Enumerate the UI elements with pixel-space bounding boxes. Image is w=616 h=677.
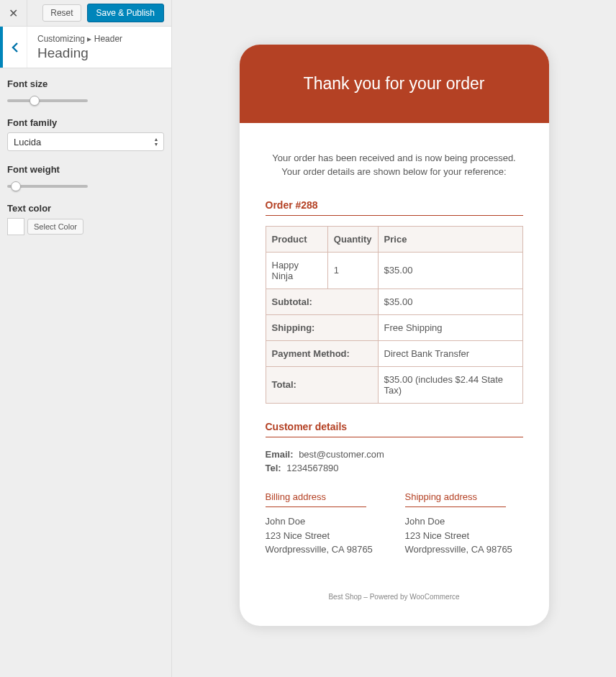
billing-address: Billing address John Doe 123 Nice Street… <box>266 490 384 557</box>
table-row: Subtotal: $35.00 <box>266 288 522 314</box>
email-header: Thank you for your order <box>240 45 549 123</box>
font-family-select[interactable] <box>7 132 164 151</box>
order-heading: Order #288 <box>266 199 523 216</box>
preview-area: Thank you for your order Your order has … <box>172 0 616 677</box>
customer-heading: Customer details <box>266 421 523 437</box>
table-row: Happy Ninja 1 $35.00 <box>266 252 522 288</box>
billing-heading: Billing address <box>266 490 366 508</box>
reset-button[interactable]: Reset <box>42 4 81 22</box>
chevron-right-icon: ▸ <box>87 34 94 44</box>
email-header-text: Thank you for your order <box>304 74 485 94</box>
order-table: Product Quantity Price Happy Ninja 1 $35… <box>266 226 523 404</box>
breadcrumb-path: Customizing ▸ Header <box>37 34 122 44</box>
col-price: Price <box>378 226 522 252</box>
intro-text: Your order has been received and is now … <box>266 152 523 179</box>
close-icon[interactable]: ✕ <box>0 0 27 27</box>
customizer-panel: ✕ Reset Save & Publish Customizing ▸ Hea… <box>0 0 172 677</box>
shipping-heading: Shipping address <box>405 490 506 508</box>
table-row: Total: $35.00 (includes $2.44 State Tax) <box>266 366 522 403</box>
table-row: Shipping: Free Shipping <box>266 314 522 340</box>
table-row: Payment Method: Direct Bank Transfer <box>266 340 522 366</box>
text-color-label: Text color <box>7 203 164 214</box>
shipping-address: Shipping address John Doe 123 Nice Stree… <box>405 490 523 557</box>
page-title: Heading <box>37 45 122 61</box>
table-row: Product Quantity Price <box>266 226 522 252</box>
col-product: Product <box>266 226 327 252</box>
email-preview: Thank you for your order Your order has … <box>240 45 549 626</box>
font-weight-label: Font weight <box>7 164 164 175</box>
font-size-slider[interactable] <box>7 99 88 102</box>
control-font-weight: Font weight <box>7 164 164 190</box>
select-color-button[interactable]: Select Color <box>27 219 83 235</box>
col-qty: Quantity <box>327 226 378 252</box>
controls-list: Font size Font family ▲▼ Font weight Tex… <box>0 68 171 258</box>
color-swatch[interactable] <box>7 218 24 235</box>
back-icon[interactable] <box>0 27 27 68</box>
font-weight-slider[interactable] <box>7 185 88 188</box>
panel-top-bar: ✕ Reset Save & Publish <box>0 0 171 27</box>
font-family-label: Font family <box>7 117 164 128</box>
email-body: Your order has been received and is now … <box>240 123 549 615</box>
font-size-label: Font size <box>7 78 164 89</box>
address-columns: Billing address John Doe 123 Nice Street… <box>266 490 523 557</box>
save-publish-button[interactable]: Save & Publish <box>87 4 164 22</box>
email-footer: Best Shop – Powered by WooCommerce <box>266 593 523 601</box>
breadcrumb: Customizing ▸ Header Heading <box>0 27 171 68</box>
control-text-color: Text color Select Color <box>7 203 164 235</box>
control-font-family: Font family ▲▼ <box>7 117 164 151</box>
control-font-size: Font size <box>7 78 164 104</box>
customer-details: Email: best@customer.com Tel: 1234567890 <box>266 447 523 476</box>
